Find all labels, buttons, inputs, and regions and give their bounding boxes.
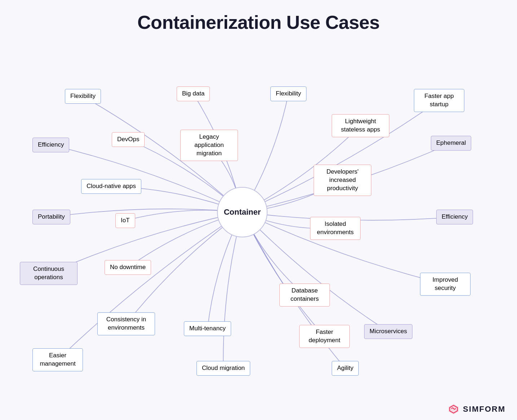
node-microservices: Microservices [364, 324, 412, 339]
logo: SIMFORM [447, 403, 505, 416]
node-cloud-native: Cloud-native apps [81, 179, 141, 194]
node-devops: DevOps [112, 132, 145, 147]
node-ephemeral: Ephemeral [431, 136, 471, 151]
node-lightweight: Lightweightstateless apps [332, 114, 389, 137]
node-no-downtime: No downtime [105, 260, 151, 275]
node-agility: Agility [332, 361, 359, 376]
node-cloud-migration: Cloud migration [196, 361, 250, 376]
node-flexibility-left: Flexibility [65, 89, 101, 104]
node-faster-deploy: Fasterdeployment [299, 325, 350, 348]
page-title: Containerization Use Cases [0, 0, 517, 33]
center-node: Container [217, 187, 268, 237]
node-multi-tenancy: Multi-tenancy [184, 321, 231, 336]
node-faster-startup: Faster appstartup [414, 89, 464, 112]
node-portability: Portability [32, 210, 70, 224]
node-legacy: Legacy applicationmigration [180, 130, 238, 161]
node-easier-mgmt: Easiermanagement [32, 348, 83, 371]
node-flexibility-top: Flexibility [270, 86, 306, 101]
node-dev-productivity: Developers' increasedproductivity [314, 165, 371, 196]
node-efficiency-right: Efficiency [436, 210, 473, 224]
node-isolated: Isolatedenvironments [310, 217, 361, 240]
node-db-containers: Databasecontainers [279, 283, 330, 307]
node-iot: IoT [115, 213, 135, 228]
simform-logo-icon [447, 403, 460, 416]
logo-text: SIMFORM [463, 405, 505, 414]
node-big-data: Big data [177, 86, 210, 101]
node-improved-security: Improvedsecurity [420, 273, 470, 296]
node-continuous-ops: Continuousoperations [20, 262, 78, 285]
node-efficiency-left: Efficiency [32, 138, 69, 152]
diagram-area: ContainerFlexibilityEfficiencyDevOpsClou… [0, 33, 517, 420]
node-consistency: Consistency inenvironments [97, 312, 155, 335]
